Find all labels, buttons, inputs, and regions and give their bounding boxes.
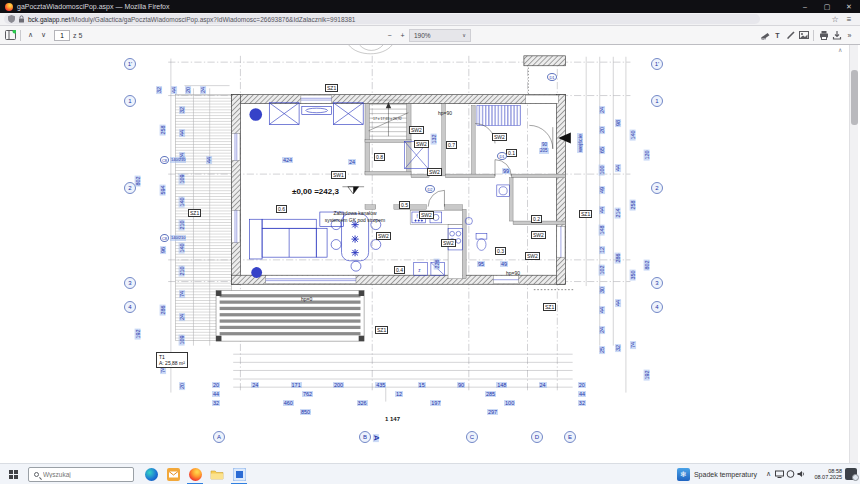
dim-value: 32 [578, 400, 586, 406]
dim-value: 44 [171, 86, 177, 94]
app-icon-blue[interactable] [228, 464, 250, 484]
dim-value: 102 [599, 264, 605, 275]
dim-value: 44 [179, 129, 185, 137]
dim-value: 258 [160, 124, 166, 135]
dim-livingroom-width: 424 [282, 157, 293, 163]
wall-tag-sw2: SW2 [525, 252, 540, 260]
window-titlebar: gaPocztaWiadomosciPop.aspx — Mozilla Fir… [0, 0, 860, 13]
dim-value: 140 [179, 196, 185, 207]
wall-tag-sw2: SW2 [492, 133, 507, 141]
collapse-toolbar-icon[interactable]: ∧ [838, 46, 842, 53]
dim-value: 44 [578, 391, 586, 397]
dim-value: 44 [615, 163, 621, 171]
print-button[interactable] [817, 30, 830, 40]
windows-taskbar: ❄ Spadek temperatury ∧ 08:58 08.07.2025 [0, 463, 860, 484]
room-label-03: 0.3 [495, 247, 506, 255]
app-icon-edge[interactable] [140, 464, 162, 484]
dim-value: 32 [179, 105, 185, 113]
onedrive-icon[interactable] [785, 470, 796, 479]
tray-clock[interactable]: 08:58 08.07.2025 [810, 468, 842, 480]
volume-icon[interactable] [796, 470, 807, 479]
app-icon-firefox[interactable] [184, 464, 206, 484]
dim-value: 120 [644, 149, 650, 160]
highlight-tool-button[interactable] [758, 30, 771, 40]
dim-value: 258 [630, 199, 636, 210]
window-size: 140/210 [170, 157, 186, 163]
text-tool-button[interactable]: T [771, 32, 784, 39]
bookmark-star-icon[interactable]: ☆ [828, 15, 842, 24]
tray-expand-icon[interactable]: ∧ [763, 470, 774, 478]
minimize-button[interactable]: – [794, 0, 816, 13]
url-bar: bck.galapp.net/Moduly/Galactica/gaPoczta… [0, 13, 860, 26]
dim-value: 24 [251, 382, 259, 388]
dim-value: 32 [212, 400, 220, 406]
dim-value: 109 [179, 335, 185, 346]
dimension-chain-bottom-1: 202417120043515901482420 [212, 382, 586, 388]
dim-value: 171 [291, 382, 302, 388]
pdf-viewport[interactable]: f z 1' 1 2 3 4 1' 1 2 3 4 A B C D [0, 45, 860, 463]
address-field[interactable]: bck.galapp.net/Moduly/Galactica/gaPoczta… [4, 14, 760, 24]
close-button[interactable]: ✕ [838, 0, 860, 13]
dim-hall: 99 [502, 168, 510, 174]
dim-value: 140 [630, 129, 636, 140]
dim-value: 100 [504, 400, 515, 406]
dim-value: 20 [578, 382, 586, 388]
taskbar-search[interactable] [28, 467, 134, 482]
dim-value: 49 [599, 186, 605, 194]
wall-tag-sw2: SW2 [531, 231, 546, 239]
maximize-button[interactable]: ▢ [816, 0, 838, 13]
toolbar-divider [813, 30, 814, 41]
window-code: C8 [160, 156, 169, 164]
start-button[interactable] [0, 464, 26, 484]
zoom-in-button[interactable]: + [396, 32, 409, 39]
dim-wall: 24 [348, 159, 356, 165]
dimension-chain-right-2: 98442142864432 [612, 100, 624, 370]
grid-col-a: A [213, 431, 225, 443]
floor-plan-labels: 1' 1 2 3 4 1' 1 2 3 4 A B C D E A 202417… [0, 45, 860, 463]
weather-widget[interactable]: ❄ Spadek temperatury [677, 468, 757, 481]
more-tools-button[interactable]: » [843, 32, 856, 39]
draw-tool-button[interactable] [784, 30, 797, 40]
dim-value: 24 [179, 313, 185, 321]
toolbar-divider [20, 30, 21, 41]
notification-icon[interactable] [845, 468, 857, 480]
next-page-button[interactable]: ∨ [37, 31, 50, 39]
scrollbar[interactable] [849, 45, 858, 463]
app-icon-mail[interactable] [162, 464, 184, 484]
dim-value: 44 [212, 391, 220, 397]
dim-value: 210 [179, 219, 185, 230]
dim-value: 98 [615, 118, 621, 126]
network-icon[interactable] [774, 470, 785, 479]
shield-icon [8, 15, 15, 23]
dimension-chain-right-4: 120802192 [641, 100, 653, 430]
dim-value: 148 [599, 224, 605, 235]
menu-icon[interactable]: ≡ [842, 15, 856, 24]
dimension-chain-bottom-4: 850297 [212, 409, 586, 415]
wall-tag-sw2: SW2 [419, 211, 434, 219]
wall-tag-sw2: SW2 [409, 126, 424, 134]
zoom-select[interactable]: 190% ∨ [409, 29, 471, 42]
level-label: ±0,00 =242,3 [292, 187, 339, 196]
search-icon [34, 472, 39, 477]
dim-value: 96 [160, 246, 166, 254]
add-image-tool-button[interactable] [797, 30, 810, 40]
entrance-label: wejście [577, 133, 583, 153]
url-domain: bck.galapp.net [28, 16, 70, 23]
chevron-down-icon: ∨ [462, 32, 466, 38]
save-button[interactable] [830, 30, 843, 40]
previous-page-button[interactable]: ∧ [24, 31, 37, 39]
app-icon-explorer[interactable] [206, 464, 228, 484]
parapet-height-label: hp=90 [437, 110, 453, 116]
grid-col-e: E [564, 431, 576, 443]
page-number-input[interactable] [54, 30, 70, 41]
dim-value: 192 [644, 369, 650, 380]
zoom-out-button[interactable]: − [383, 32, 396, 39]
dim-value: 148 [496, 382, 507, 388]
dim-value: 210 [179, 265, 185, 276]
sidebar-toggle-button[interactable] [4, 30, 17, 40]
stair-spec-label: 17 x 17,65 x 26,92 [372, 116, 403, 122]
dim-value: 850 [300, 409, 311, 415]
search-input[interactable] [43, 471, 123, 478]
scrollbar-thumb[interactable] [851, 70, 858, 125]
dim-bath: 95 [477, 261, 485, 267]
